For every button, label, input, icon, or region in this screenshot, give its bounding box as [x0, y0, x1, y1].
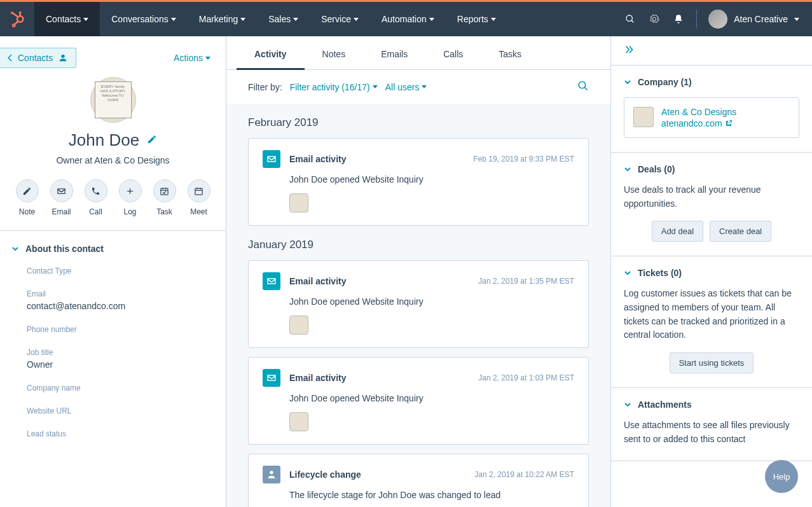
- field-value: contact@atenandco.com: [27, 301, 207, 311]
- contact-subtitle: Owner at Aten & Co Designs: [56, 155, 169, 165]
- activity-card[interactable]: Email activity Jan 2, 2019 at 1:35 PM ES…: [248, 260, 589, 348]
- company-card[interactable]: Aten & Co Designs atenandco.com: [624, 97, 799, 138]
- svg-point-4: [19, 11, 22, 14]
- svg-point-0: [17, 16, 23, 22]
- company-panel-toggle[interactable]: Company (1): [624, 77, 799, 87]
- bell-icon[interactable]: [672, 13, 685, 25]
- field-phone-number[interactable]: Phone number: [27, 325, 207, 334]
- tab-notes[interactable]: Notes: [305, 36, 364, 69]
- svg-rect-15: [195, 188, 202, 195]
- card-title: Email activity: [289, 276, 347, 286]
- field-lead-status[interactable]: Lead status: [27, 429, 207, 438]
- search-icon[interactable]: [624, 13, 637, 25]
- chevron-down-icon: [83, 18, 88, 21]
- nav-item-contacts[interactable]: Contacts: [34, 2, 100, 36]
- note-icon: [16, 179, 39, 202]
- tab-emails[interactable]: Emails: [363, 36, 425, 69]
- field-website-url[interactable]: Website URL: [27, 406, 207, 415]
- svg-point-7: [626, 15, 632, 21]
- gear-icon[interactable]: [648, 13, 661, 25]
- nav-item-label: Automation: [382, 14, 427, 24]
- contact-sidebar: Contacts Actions EVERY family HAS A STOR…: [0, 36, 226, 507]
- filter-users-label: All users: [385, 82, 420, 92]
- activity-card[interactable]: Lifecycle change Jan 2, 2019 at 10:22 AM…: [248, 454, 589, 507]
- deals-panel-toggle[interactable]: Deals (0): [624, 164, 799, 174]
- nav-item-sales[interactable]: Sales: [257, 2, 310, 36]
- associations-sidebar: Company (1) Aten & Co Designs atenandco.…: [611, 36, 812, 507]
- field-label: Phone number: [27, 325, 207, 334]
- related-thumbnail[interactable]: [289, 316, 308, 335]
- activity-card[interactable]: Email activity Jan 2, 2019 at 1:03 PM ES…: [248, 357, 589, 445]
- related-thumbnail[interactable]: [289, 193, 308, 212]
- filter-activity-label: Filter activity (16/17): [290, 82, 370, 92]
- card-date: Feb 19, 2019 at 9:33 PM EST: [473, 155, 574, 163]
- company-name: Aten & Co Designs: [661, 107, 736, 117]
- related-thumbnail[interactable]: [289, 412, 308, 431]
- field-company-name[interactable]: Company name: [27, 384, 207, 392]
- call-button[interactable]: Call: [85, 179, 107, 216]
- help-button[interactable]: Help: [765, 460, 798, 493]
- deals-panel-title: Deals (0): [638, 164, 675, 174]
- chevron-down-icon: [624, 78, 631, 86]
- card-title: Email activity: [289, 154, 347, 164]
- deals-description: Use deals to track all your revenue oppo…: [624, 183, 799, 211]
- card-date: Jan 2, 2019 at 1:03 PM EST: [478, 373, 574, 382]
- tab-calls[interactable]: Calls: [425, 36, 481, 69]
- chevron-down-icon: [354, 18, 359, 21]
- back-contacts-button[interactable]: Contacts: [0, 48, 76, 68]
- search-icon[interactable]: [577, 80, 589, 94]
- nav-item-label: Sales: [268, 14, 291, 24]
- nav-item-automation[interactable]: Automation: [370, 2, 446, 36]
- workspace-name: Aten Creative: [734, 14, 788, 24]
- log-button[interactable]: Log: [119, 179, 142, 216]
- nav-item-conversations[interactable]: Conversations: [100, 2, 188, 36]
- card-title: Email activity: [289, 373, 347, 383]
- company-logo: [633, 107, 654, 127]
- svg-rect-12: [161, 188, 168, 195]
- filter-activity-dropdown[interactable]: Filter activity (16/17): [290, 82, 378, 92]
- chevron-down-icon: [240, 18, 245, 21]
- tab-tasks[interactable]: Tasks: [481, 36, 539, 69]
- svg-line-8: [631, 20, 633, 22]
- filter-users-dropdown[interactable]: All users: [385, 82, 427, 92]
- start-tickets-button[interactable]: Start using tickets: [670, 352, 754, 373]
- contact-name: John Doe: [69, 130, 139, 150]
- field-contact-type[interactable]: Contact Type: [27, 267, 207, 275]
- field-job-title[interactable]: Job titleOwner: [27, 348, 207, 370]
- action-btn-label: Note: [19, 207, 35, 216]
- attachments-panel-toggle[interactable]: Attachments: [624, 399, 799, 410]
- meet-button[interactable]: Meet: [188, 179, 210, 216]
- nav-item-service[interactable]: Service: [310, 2, 370, 36]
- chevron-down-icon: [624, 269, 631, 277]
- collapse-icon[interactable]: [624, 44, 635, 55]
- account-menu[interactable]: Aten Creative: [708, 10, 799, 29]
- card-body: The lifecycle stage for John Doe was cha…: [263, 490, 574, 500]
- task-button[interactable]: Task: [153, 179, 176, 216]
- add-deal-button[interactable]: Add deal: [652, 221, 703, 242]
- hubspot-logo[interactable]: [0, 2, 34, 36]
- nav-item-marketing[interactable]: Marketing: [188, 2, 257, 36]
- chevron-down-icon: [293, 18, 298, 21]
- user-icon: [263, 466, 280, 483]
- action-btn-label: Task: [156, 207, 172, 216]
- contacts-label: Contacts: [18, 53, 53, 63]
- contact-avatar[interactable]: EVERY family HAS A STORY Welcome TO OURS: [90, 77, 136, 123]
- nav-item-reports[interactable]: Reports: [446, 2, 507, 36]
- svg-line-1: [13, 13, 18, 17]
- tickets-panel-toggle[interactable]: Tickets (0): [624, 268, 799, 278]
- email-button[interactable]: Email: [50, 179, 73, 216]
- nav-item-label: Conversations: [111, 14, 169, 24]
- field-value: Owner: [27, 359, 207, 370]
- activity-card[interactable]: Email activity Feb 19, 2019 at 9:33 PM E…: [248, 138, 589, 226]
- edit-icon[interactable]: [147, 134, 157, 146]
- chevron-down-icon: [205, 57, 210, 60]
- about-section-toggle[interactable]: About this contact: [11, 244, 210, 254]
- field-email[interactable]: Emailcontact@atenandco.com: [27, 289, 207, 311]
- card-title: Lifecycle change: [289, 469, 361, 480]
- actions-menu[interactable]: Actions: [174, 53, 210, 63]
- svg-point-9: [62, 55, 65, 58]
- company-url-link[interactable]: atenandco.com: [661, 118, 736, 128]
- create-deal-button[interactable]: Create deal: [710, 221, 771, 242]
- note-button[interactable]: Note: [16, 179, 39, 216]
- tab-activity[interactable]: Activity: [237, 36, 305, 69]
